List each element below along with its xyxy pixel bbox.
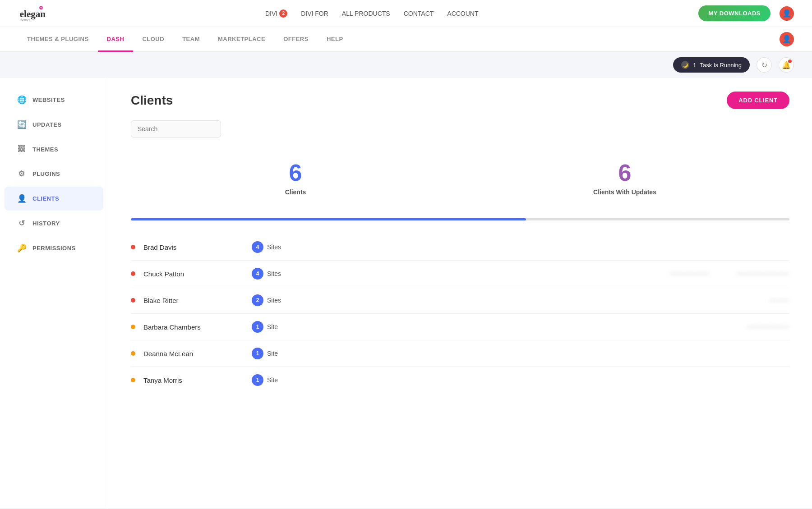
updates-icon: 🔄 [17,120,26,129]
search-container [131,120,789,138]
nav-all-products[interactable]: ALL PRODUCTS [342,10,390,17]
task-count: 1 [693,62,696,69]
sidebar-websites-label: WEBSITES [32,96,65,103]
stat-clients: 6 Clients [131,151,460,205]
sites-badge: 2 Sites [252,294,281,306]
sidebar-themes-label: THEMES [32,146,58,153]
task-moon-icon: 🌙 [681,61,689,69]
sites-badge: 4 Sites [252,241,281,253]
site-count-badge: 4 [252,241,263,253]
sidebar-item-websites[interactable]: 🌐 WEBSITES [5,88,103,112]
tab-marketplace[interactable]: MARKETPLACE [209,27,274,52]
status-dot [131,271,135,276]
sites-badge: 4 Sites [252,268,281,280]
table-row[interactable]: Barbara Chambers 1 Site ••••••••••••••••… [131,314,789,340]
nav-divi[interactable]: DIVI 2 [265,9,287,18]
tab-cloud[interactable]: CLOUD [133,27,173,52]
top-nav-links: DIVI 2 DIVI FOR ALL PRODUCTS CONTACT ACC… [265,9,479,18]
site-count-badge: 1 [252,374,263,386]
tab-team[interactable]: TEAM [173,27,209,52]
sidebar-plugins-label: PLUGINS [32,170,60,177]
add-client-button[interactable]: ADD CLIENT [727,92,789,109]
notifications-button[interactable]: 🔔 [779,57,794,73]
tab-help[interactable]: HELP [318,27,352,52]
table-row[interactable]: Deanna McLean 1 Site [131,340,789,367]
sites-badge: 1 Site [252,348,278,359]
sidebar-item-history[interactable]: ↺ HISTORY [5,211,103,235]
task-running-button[interactable]: 🌙 1 Task Is Running [673,57,750,73]
site-count-badge: 4 [252,268,263,280]
sites-label: Site [267,350,278,357]
page-title: Clients [131,93,173,108]
tab-themes-plugins[interactable]: THEMES & PLUGINS [18,27,98,52]
sidebar-clients-label: CLIENTS [32,195,59,202]
stats-row: 6 Clients 6 Clients With Updates [131,151,789,205]
blurred-info-1: ••••••••••••••••• [747,324,789,330]
task-bar: 🌙 1 Task Is Running ↻ 🔔 [0,52,812,78]
sidebar-item-permissions[interactable]: 🔑 PERMISSIONS [5,236,103,260]
nav-divi-label: DIVI [265,10,277,17]
sites-badge: 1 Site [252,321,278,333]
plugins-icon: ⚙ [17,169,26,179]
sidebar-item-plugins[interactable]: ⚙ PLUGINS [5,162,103,186]
sidebar-item-themes[interactable]: 🖼 THEMES [5,138,103,161]
second-navbar: THEMES & PLUGINS DASH CLOUD TEAM MARKETP… [0,27,812,52]
client-list: Brad Davis 4 Sites Chuck Patton 4 Sites … [131,234,789,393]
status-dot [131,378,135,382]
search-input[interactable] [131,120,221,138]
sites-label: Sites [267,243,281,251]
table-row[interactable]: Blake Ritter 2 Sites •••••••• [131,287,789,314]
globe-icon: 🌐 [17,95,26,105]
sidebar: 🌐 WEBSITES 🔄 UPDATES 🖼 THEMES ⚙ PLUGINS … [0,78,108,508]
progress-bar-fill [131,218,526,220]
my-downloads-button[interactable]: MY DOWNLOADS [698,5,770,21]
status-dot [131,298,135,303]
sidebar-item-updates[interactable]: 🔄 UPDATES [5,113,103,137]
progress-bar-container [131,218,789,220]
main-content: Clients ADD CLIENT 6 Clients 6 Clients W… [108,78,812,508]
top-nav-right: MY DOWNLOADS 👤 [698,5,794,21]
refresh-button[interactable]: ↻ [757,57,772,73]
sidebar-permissions-label: PERMISSIONS [32,245,76,252]
clients-with-updates-label: Clients With Updates [460,188,789,196]
nav-account[interactable]: ACCOUNT [447,10,478,17]
history-icon: ↺ [17,219,26,228]
task-label: Task Is Running [700,62,742,69]
divi-badge: 2 [279,9,287,18]
svg-text:themes: themes [20,18,30,22]
sites-label: Site [267,323,278,330]
site-count-badge: 1 [252,321,263,333]
nav-contact[interactable]: CONTACT [404,10,434,17]
status-dot [131,351,135,356]
sites-badge: 1 Site [252,374,278,386]
themes-icon: 🖼 [17,145,26,154]
clients-label: Clients [131,188,460,196]
blurred-info-1: •••••••••••••••• [670,271,710,277]
client-name: Deanna McLean [143,350,234,358]
nav-divi-for[interactable]: DIVI FOR [301,10,328,17]
clients-icon: 👤 [17,194,26,203]
status-dot [131,325,135,329]
clients-with-updates-count: 6 [460,160,789,186]
profile-avatar[interactable]: 👤 [780,32,794,46]
logo[interactable]: elegant themes [18,5,45,23]
sites-label: Sites [267,270,281,277]
table-row[interactable]: Brad Davis 4 Sites [131,234,789,261]
table-row[interactable]: Chuck Patton 4 Sites •••••••••••••••• ••… [131,261,789,287]
table-row[interactable]: Tanya Morris 1 Site [131,367,789,393]
site-count-badge: 2 [252,294,263,306]
client-name: Chuck Patton [143,270,234,278]
avatar[interactable]: 👤 [780,6,794,21]
client-name: Barbara Chambers [143,323,234,331]
sidebar-updates-label: UPDATES [32,121,62,128]
sites-label: Site [267,376,278,384]
tab-offers[interactable]: OFFERS [274,27,318,52]
blurred-info-2: ••••••••••••••••••••• [737,271,789,277]
client-name: Blake Ritter [143,297,234,304]
sidebar-item-clients[interactable]: 👤 CLIENTS [5,187,103,211]
permissions-icon: 🔑 [17,243,26,253]
tab-dash[interactable]: DASH [98,27,134,52]
sites-label: Sites [267,297,281,304]
blurred-info-1: •••••••• [770,297,789,304]
top-navbar: elegant themes DIVI 2 DIVI FOR ALL PRODU… [0,0,812,27]
